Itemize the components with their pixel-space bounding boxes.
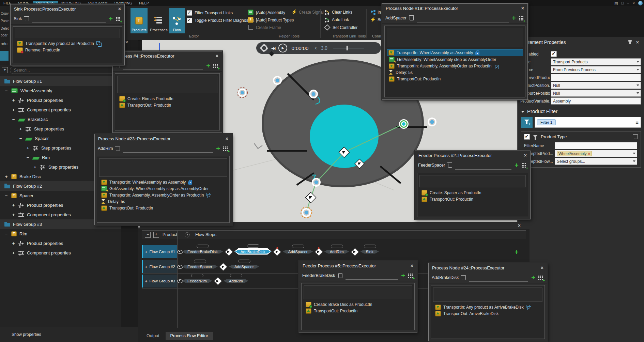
- settings-gear-icon[interactable]: [261, 45, 267, 51]
- statement-getassembly[interactable]: GetAssembly: WheelAssembly step as Assem…: [100, 185, 227, 192]
- empty-statement-area[interactable]: [304, 285, 412, 299]
- remove-chip-icon[interactable]: [588, 152, 590, 156]
- step-sink[interactable]: Sink: [361, 248, 379, 256]
- dialog-feeder-process-2[interactable]: Feeder Process #2::ProcessExecutor Feede…: [415, 151, 531, 219]
- tab-output[interactable]: Output: [142, 332, 164, 340]
- create-frame-button[interactable]: Create Frame: [248, 25, 281, 30]
- product-filter-badge-icon[interactable]: [206, 193, 211, 198]
- delete-button[interactable]: Delet: [1, 27, 10, 30]
- expander-icon[interactable]: +: [26, 145, 30, 151]
- statement-name-field[interactable]: [469, 273, 528, 282]
- accepted-flow-select[interactable]: Select groups...: [555, 158, 637, 165]
- empty-statement-area[interactable]: [117, 76, 217, 93]
- grid-add-icon[interactable]: [538, 276, 543, 280]
- auto-assembly-button[interactable]: [Auto] Assembly: [248, 10, 285, 15]
- delete-icon[interactable]: [116, 147, 120, 151]
- grid-add-icon[interactable]: [213, 64, 218, 68]
- step-addrim[interactable]: AddRim: [224, 277, 248, 285]
- transport-link-icon[interactable]: [315, 248, 323, 256]
- accepted-product-select[interactable]: WheelAssembly: [555, 150, 637, 157]
- step-addspacer[interactable]: AddSpacer: [283, 248, 313, 256]
- flow-group-1-cell[interactable]: Flow Group #1: [142, 245, 177, 258]
- filter-list[interactable]: Filter 1: [535, 117, 641, 128]
- step-addspacer[interactable]: AddSpacer: [229, 263, 259, 271]
- empty-statement-area[interactable]: [99, 158, 227, 177]
- layout-icon[interactable]: ▤: [614, 1, 618, 5]
- statement-name-field[interactable]: [32, 14, 106, 23]
- mode-select[interactable]: Transport Products: [551, 58, 641, 65]
- tree-item-product-properties[interactable]: +Product properties: [0, 238, 121, 248]
- create-signal-button[interactable]: ⚡ Create Signal: [291, 10, 324, 15]
- minimize-icon[interactable]: −: [627, 1, 629, 5]
- tree-item-product-properties[interactable]: +Product properties: [0, 95, 121, 105]
- close-panel-icon[interactable]: [636, 40, 639, 45]
- product-filter-badge-icon[interactable]: [494, 64, 499, 68]
- statement-name-field[interactable]: [455, 161, 511, 170]
- expander-icon[interactable]: +: [11, 241, 16, 246]
- statement-transportin[interactable]: TransportIn: Assembly, AssemblyOrder as …: [387, 63, 522, 69]
- expander-icon[interactable]: −: [18, 136, 23, 141]
- close-dialog-icon[interactable]: [118, 6, 121, 12]
- statement-transportout[interactable]: TransportOut: ArriveBrakeDisk: [434, 310, 542, 317]
- expander-icon[interactable]: −: [4, 193, 9, 198]
- flow-group-2-cell[interactable]: Flow Group #2: [142, 260, 177, 273]
- isenabled-checkbox[interactable]: [551, 51, 557, 57]
- product-filter-badge-icon[interactable]: [96, 41, 101, 46]
- expander-icon[interactable]: −: [11, 117, 16, 122]
- delete-icon[interactable]: [448, 164, 452, 168]
- expander-icon[interactable]: −: [4, 231, 9, 236]
- delete-icon[interactable]: [410, 16, 414, 20]
- statement-name-field[interactable]: [346, 271, 398, 280]
- expander-icon[interactable]: +: [18, 126, 23, 131]
- filtername-field[interactable]: [555, 142, 637, 149]
- statement-transportin[interactable]: TransportIn: Any product as ProductIn: [16, 40, 119, 47]
- grid-add-icon[interactable]: [522, 163, 526, 168]
- expand-icon[interactable]: [145, 264, 148, 269]
- empty-statement-area[interactable]: [419, 175, 526, 187]
- expander-icon[interactable]: +: [11, 250, 16, 255]
- source-select[interactable]: From Previous Process: [551, 66, 641, 73]
- transport-link-icon[interactable]: [219, 263, 227, 271]
- statement-name-field[interactable]: [123, 144, 213, 153]
- dialog-sink-process[interactable]: Sink Process::ProcessExecutor Sink Trans…: [10, 4, 125, 65]
- products-tab-fragment[interactable]: odu: [1, 42, 10, 46]
- dialog-process-4[interactable]: Process #4::ProcessExecutor Create: Rim …: [112, 51, 222, 133]
- statement-transportout[interactable]: TransportOut: ProductIn: [118, 102, 217, 108]
- expander-icon[interactable]: +: [11, 107, 16, 112]
- search-input[interactable]: [10, 66, 119, 74]
- add-statement-icon[interactable]: [531, 274, 535, 281]
- add-statement-icon[interactable]: [401, 272, 405, 279]
- expander-icon[interactable]: +: [4, 174, 9, 179]
- add-filter-button[interactable]: +: [521, 117, 533, 128]
- add-step-button[interactable]: [515, 249, 519, 255]
- transport-link-icon[interactable]: [214, 277, 222, 285]
- paste-button[interactable]: Paste: [1, 19, 10, 23]
- add-flow-group-button[interactable]: +: [2, 67, 8, 73]
- statement-transportin-selected[interactable]: TransportIn: WheelAssembly as Assembly: [387, 49, 523, 56]
- target-icon[interactable]: [185, 232, 190, 237]
- statement-transportout[interactable]: TransportOut: ProductIn: [100, 205, 227, 211]
- add-statement-icon[interactable]: [512, 15, 516, 21]
- product-type-checkbox[interactable]: [524, 134, 530, 140]
- tree-item-brakedisc[interactable]: −BrakeDisc: [0, 114, 121, 124]
- grid-add-icon[interactable]: [519, 16, 523, 20]
- pin-icon[interactable]: [629, 41, 631, 44]
- delete-icon[interactable]: [25, 17, 29, 21]
- statement-transportout[interactable]: TransportOut: ProductIn: [420, 196, 525, 202]
- dialog-process-node-23[interactable]: Process Node #23::ProcessExecutor AddRim…: [94, 134, 232, 225]
- expander-icon[interactable]: +: [33, 165, 37, 170]
- auto-product-types-button[interactable]: [Auto] Product Types: [248, 17, 294, 23]
- close-dialog-icon[interactable]: [541, 265, 543, 270]
- tab-process-flow-editor[interactable]: Process Flow Editor: [166, 332, 213, 340]
- empty-statement-area[interactable]: [15, 29, 120, 38]
- rewind-button[interactable]: ◀◀: [271, 46, 274, 50]
- close-dialog-icon[interactable]: [226, 136, 228, 141]
- expander-icon[interactable]: +: [11, 203, 16, 208]
- processes-button[interactable]: Processes: [149, 8, 169, 33]
- menu-icon[interactable]: [635, 120, 639, 125]
- tree-item-wheelassembly[interactable]: −WheelAssembly: [0, 86, 121, 95]
- statement-transportout[interactable]: TransportOut: ProductIn: [304, 308, 412, 314]
- tree-item-component-properties[interactable]: +Component properties: [0, 105, 121, 114]
- expander-icon[interactable]: −: [4, 88, 9, 93]
- flow-group-3-cell[interactable]: Flow Group #3: [142, 275, 177, 287]
